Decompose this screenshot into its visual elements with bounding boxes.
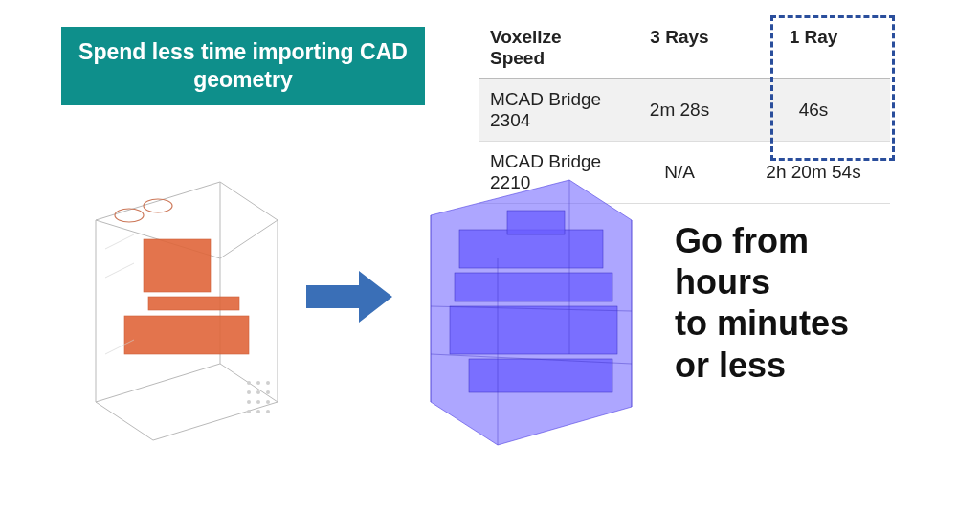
svg-point-20 bbox=[266, 400, 270, 404]
svg-point-17 bbox=[266, 390, 270, 394]
title-text: Spend less time importing CAD geometry bbox=[78, 39, 408, 92]
svg-point-18 bbox=[247, 400, 251, 404]
table-header-1ray: 1 Ray bbox=[737, 19, 890, 79]
svg-point-23 bbox=[266, 410, 270, 413]
svg-point-12 bbox=[247, 381, 251, 385]
row-label: MCAD Bridge 2304 bbox=[479, 79, 622, 142]
table-row: MCAD Bridge 2304 2m 28s 46s bbox=[479, 79, 890, 142]
svg-point-13 bbox=[256, 381, 260, 385]
row-3rays: 2m 28s bbox=[622, 79, 737, 142]
svg-rect-8 bbox=[124, 316, 249, 354]
svg-rect-6 bbox=[144, 239, 211, 292]
tagline-text: Go from hours to minutes or less bbox=[675, 220, 952, 386]
svg-point-21 bbox=[247, 410, 251, 413]
cad-wireframe-icon bbox=[57, 163, 306, 450]
svg-point-22 bbox=[256, 410, 260, 413]
table-header-metric: Voxelize Speed bbox=[479, 19, 622, 79]
title-banner: Spend less time importing CAD geometry bbox=[61, 27, 425, 105]
svg-point-24 bbox=[115, 209, 144, 222]
svg-point-14 bbox=[266, 381, 270, 385]
svg-rect-7 bbox=[148, 297, 239, 310]
svg-line-3 bbox=[96, 364, 220, 402]
cad-voxelized-icon bbox=[392, 163, 660, 450]
svg-line-9 bbox=[105, 234, 134, 249]
svg-rect-30 bbox=[450, 306, 617, 354]
svg-rect-29 bbox=[455, 273, 612, 301]
figure-cad-transform bbox=[38, 163, 651, 479]
svg-line-10 bbox=[105, 263, 134, 278]
svg-line-5 bbox=[220, 220, 278, 258]
table-header-3rays: 3 Rays bbox=[622, 19, 737, 79]
svg-point-15 bbox=[247, 390, 251, 394]
svg-rect-32 bbox=[507, 211, 565, 234]
svg-rect-28 bbox=[459, 230, 603, 268]
arrow-right-icon bbox=[306, 268, 392, 325]
row-1ray: 46s bbox=[737, 79, 890, 142]
svg-point-19 bbox=[256, 400, 260, 404]
svg-point-16 bbox=[256, 390, 260, 394]
svg-marker-26 bbox=[306, 271, 392, 323]
row-1ray: 2h 20m 54s bbox=[737, 142, 890, 204]
svg-rect-31 bbox=[469, 359, 612, 392]
